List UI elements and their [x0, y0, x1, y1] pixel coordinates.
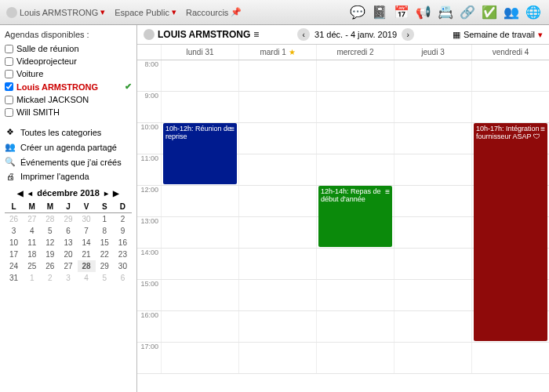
- minical-day[interactable]: 27: [59, 260, 77, 272]
- time-cell[interactable]: [238, 343, 316, 373]
- create-shared[interactable]: 👥Créer un agenda partagé: [5, 140, 132, 154]
- time-cell[interactable]: [394, 123, 471, 154]
- time-cell[interactable]: [471, 186, 549, 216]
- minical-day[interactable]: 25: [23, 260, 41, 272]
- calendar-item[interactable]: Will SMITH: [5, 106, 132, 118]
- time-cell[interactable]: [316, 92, 394, 122]
- minical-day[interactable]: 21: [78, 249, 96, 260]
- minical-day[interactable]: 28: [78, 260, 96, 272]
- calendar-item[interactable]: Videoprojecteur: [5, 55, 132, 67]
- minical-day[interactable]: 2: [41, 272, 59, 284]
- time-cell[interactable]: [161, 60, 238, 91]
- announce-icon[interactable]: 📢: [414, 3, 433, 22]
- calendar-item[interactable]: Mickael JACKSON: [5, 93, 132, 106]
- minical-day[interactable]: 16: [114, 237, 132, 249]
- calendar-owner[interactable]: LOUIS ARMSTRONG ≡: [144, 29, 259, 40]
- event-menu-icon[interactable]: ≡: [385, 187, 390, 196]
- day-header[interactable]: vendredi 4: [471, 45, 549, 60]
- minical-day[interactable]: 12: [41, 237, 59, 249]
- minical-day[interactable]: 11: [23, 237, 41, 249]
- globe-icon[interactable]: 🌐: [524, 3, 543, 22]
- minical-day[interactable]: 1: [96, 213, 114, 226]
- next-year[interactable]: ▶: [113, 189, 119, 198]
- time-cell[interactable]: [316, 311, 394, 342]
- calendar-item[interactable]: Voiture: [5, 67, 132, 80]
- day-header[interactable]: mercredi 2: [316, 45, 394, 60]
- people-icon[interactable]: 👥: [502, 3, 521, 22]
- time-cell[interactable]: [238, 280, 316, 310]
- minical-day[interactable]: 26: [5, 213, 23, 226]
- minical-day[interactable]: 23: [114, 249, 132, 260]
- calendar-item[interactable]: Louis ARMSTRONG✔: [5, 80, 132, 93]
- time-cell[interactable]: [238, 311, 316, 342]
- time-cell[interactable]: 10h-12h: Réunion de reprise≡: [161, 123, 238, 154]
- time-cell[interactable]: [471, 92, 549, 122]
- time-cell[interactable]: [471, 60, 549, 91]
- time-cell[interactable]: [394, 217, 471, 248]
- minical-day[interactable]: 6: [59, 225, 77, 237]
- minical-day[interactable]: 29: [59, 213, 77, 226]
- minical-day[interactable]: 5: [41, 225, 59, 237]
- time-cell[interactable]: [394, 186, 471, 216]
- minical-day[interactable]: 30: [78, 213, 96, 226]
- calendar-checkbox[interactable]: [5, 96, 13, 104]
- chat-icon[interactable]: 💬: [348, 3, 367, 22]
- time-cell[interactable]: [161, 249, 238, 279]
- calendar-checkbox[interactable]: [5, 108, 13, 117]
- space-menu[interactable]: Espace Public ▾: [115, 7, 176, 17]
- time-cell[interactable]: 10h-17h: Intégration fournisseur ASAP 🛡≡: [471, 123, 549, 154]
- minical-day[interactable]: 14: [78, 237, 96, 249]
- event-menu-icon[interactable]: ≡: [540, 125, 545, 133]
- minical-day[interactable]: 19: [41, 249, 59, 260]
- time-cell[interactable]: [161, 343, 238, 373]
- time-cell[interactable]: [316, 280, 394, 310]
- calendar-checkbox[interactable]: [5, 45, 13, 53]
- all-categories[interactable]: ❖Toutes les categories: [5, 125, 132, 140]
- minical-day[interactable]: 20: [59, 249, 77, 260]
- minical-day[interactable]: 5: [96, 272, 114, 284]
- time-cell[interactable]: [161, 186, 238, 216]
- time-cell[interactable]: [238, 217, 316, 248]
- time-cell[interactable]: [471, 154, 549, 185]
- time-cell[interactable]: [316, 154, 394, 185]
- time-cell[interactable]: [161, 154, 238, 185]
- time-grid[interactable]: 8:009:0010:0010h-12h: Réunion de reprise…: [137, 60, 549, 392]
- tasks-icon[interactable]: ✅: [480, 3, 499, 22]
- prev-month[interactable]: ◂: [28, 189, 32, 198]
- minical-day[interactable]: 17: [5, 249, 23, 260]
- minical-day[interactable]: 15: [96, 237, 114, 249]
- user-menu[interactable]: Louis ARMSTRONG ▾: [6, 7, 105, 18]
- link-icon[interactable]: 🔗: [458, 3, 477, 22]
- view-selector[interactable]: ▦ Semaine de travail ▾: [453, 30, 543, 40]
- minical-day[interactable]: 30: [114, 260, 132, 272]
- minical-day[interactable]: 7: [78, 225, 96, 237]
- minical-day[interactable]: 8: [96, 225, 114, 237]
- minical-day[interactable]: 31: [5, 272, 23, 284]
- time-cell[interactable]: [161, 280, 238, 310]
- book-icon[interactable]: 📓: [370, 3, 389, 22]
- time-cell[interactable]: [161, 217, 238, 248]
- contacts-icon[interactable]: 📇: [436, 3, 455, 22]
- time-cell[interactable]: [394, 60, 471, 91]
- time-cell[interactable]: [316, 249, 394, 279]
- time-cell[interactable]: [471, 311, 549, 342]
- time-cell[interactable]: [471, 280, 549, 310]
- calendar-icon[interactable]: 📅: [392, 3, 411, 22]
- minical-day[interactable]: 18: [23, 249, 41, 260]
- minical-day[interactable]: 3: [59, 272, 77, 284]
- time-cell[interactable]: [394, 280, 471, 310]
- minical-day[interactable]: 9: [114, 225, 132, 237]
- calendar-checkbox[interactable]: [5, 82, 13, 91]
- minical-day[interactable]: 2: [114, 213, 132, 226]
- calendar-item[interactable]: Salle de réunion: [5, 42, 132, 55]
- minical-day[interactable]: 3: [5, 225, 23, 237]
- day-header[interactable]: mardi 1 ★: [238, 45, 316, 60]
- time-cell[interactable]: [161, 311, 238, 342]
- minical-day[interactable]: 28: [41, 213, 59, 226]
- time-cell[interactable]: [394, 249, 471, 279]
- minical-day[interactable]: 29: [96, 260, 114, 272]
- time-cell[interactable]: [316, 217, 394, 248]
- time-cell[interactable]: [471, 217, 549, 248]
- minical-day[interactable]: 1: [23, 272, 41, 284]
- time-cell[interactable]: [316, 343, 394, 373]
